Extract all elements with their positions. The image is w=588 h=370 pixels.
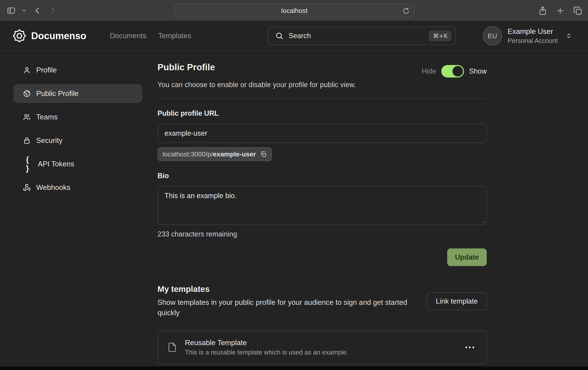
toggle-knob (452, 66, 463, 77)
search-input[interactable]: Search ⌘+K (268, 27, 456, 45)
search-icon (275, 32, 284, 40)
sidebar-item-label: Security (36, 136, 63, 145)
public-profile-panel: Public Profile Hide Show You can choose … (158, 61, 487, 370)
brand[interactable]: Documenso (12, 29, 86, 43)
nav-templates[interactable]: Templates (158, 32, 191, 40)
braces-icon: { } (23, 155, 32, 173)
sidebar-toggle-icon[interactable] (6, 6, 16, 15)
visibility-toggle-row: Hide Show (422, 65, 487, 78)
page-subtitle: You can choose to enable or disable your… (158, 81, 487, 89)
sidebar-item-label: Profile (36, 66, 57, 74)
update-button[interactable]: Update (447, 248, 487, 266)
address-bar-url: localhost (281, 7, 307, 14)
bio-textarea[interactable]: This is an example bio. (158, 186, 487, 225)
browser-toolbar: localhost (0, 0, 588, 21)
nav-documents[interactable]: Documents (110, 32, 147, 40)
tab-overview-icon[interactable] (573, 6, 583, 15)
share-icon[interactable] (538, 6, 547, 16)
profile-url-input[interactable] (158, 124, 487, 143)
characters-remaining: 233 characters remaining (158, 230, 487, 238)
sidebar-item-label: Public Profile (36, 90, 79, 98)
sidebar-item-webhooks[interactable]: Webhooks (13, 178, 142, 197)
brand-name: Documenso (31, 30, 86, 41)
sidebar-item-label: Webhooks (36, 184, 70, 192)
sidebar-item-label: Teams (36, 113, 58, 121)
avatar: EU (483, 26, 502, 45)
sidebar-item-teams[interactable]: Teams (13, 108, 142, 126)
sidebar-item-security[interactable]: Security (13, 131, 142, 150)
sidebar-menu-chevron-icon[interactable] (21, 8, 27, 13)
profile-url-preview-text: localhost:3000/p/example-user (163, 150, 256, 158)
user-name: Example User (507, 27, 558, 36)
profile-url-label: Public profile URL (158, 109, 487, 117)
template-description: This is a reusable template which is use… (185, 349, 348, 356)
app-header: Documenso Documents Templates Search ⌘+K… (0, 21, 588, 51)
sidebar-item-public-profile[interactable]: Public Profile (13, 84, 142, 103)
file-icon (167, 341, 178, 353)
bio-label: Bio (158, 172, 487, 180)
resize-handle-icon[interactable] (481, 219, 485, 223)
window-bottom-edge (0, 367, 588, 370)
new-tab-icon[interactable] (556, 6, 565, 15)
users-icon (23, 113, 31, 121)
user-menu[interactable]: EU Example User Personal Account (483, 26, 572, 45)
sidebar-item-profile[interactable]: Profile (13, 61, 142, 80)
sidebar-item-label: API Tokens (38, 160, 74, 168)
template-title: Reusable Template (185, 339, 348, 347)
chevrons-up-down-icon (565, 32, 572, 39)
link-template-button[interactable]: Link template (427, 292, 487, 310)
documenso-logo-icon (12, 29, 26, 43)
profile-visibility-toggle[interactable] (441, 65, 464, 78)
section-divider (158, 98, 487, 99)
webhook-icon (23, 184, 31, 191)
settings-sidebar: Profile Public Profile Te (13, 61, 142, 202)
globe-icon (23, 90, 31, 97)
page-title: Public Profile (158, 62, 215, 72)
template-options-icon[interactable] (463, 344, 477, 351)
copy-icon[interactable] (260, 151, 267, 158)
user-account-type: Personal Account (507, 37, 558, 44)
sidebar-item-api-tokens[interactable]: { } API Tokens (13, 155, 142, 174)
my-templates-description: Show templates in your public profile fo… (158, 297, 415, 318)
lock-icon (23, 137, 31, 144)
reload-icon[interactable] (402, 7, 410, 15)
profile-url-preview-chip[interactable]: localhost:3000/p/example-user (158, 147, 272, 161)
search-placeholder: Search (289, 32, 311, 40)
forward-button-icon[interactable] (49, 6, 57, 15)
back-button-icon[interactable] (33, 6, 42, 15)
template-card: Reusable Template This is a reusable tem… (158, 330, 487, 364)
user-icon (23, 66, 31, 74)
show-label: Show (469, 67, 487, 75)
main-nav: Documents Templates (110, 32, 191, 40)
my-templates-title: My templates (158, 284, 415, 294)
search-shortcut-badge: ⌘+K (429, 31, 452, 41)
hide-label: Hide (422, 67, 436, 75)
address-bar[interactable]: localhost (174, 4, 414, 18)
